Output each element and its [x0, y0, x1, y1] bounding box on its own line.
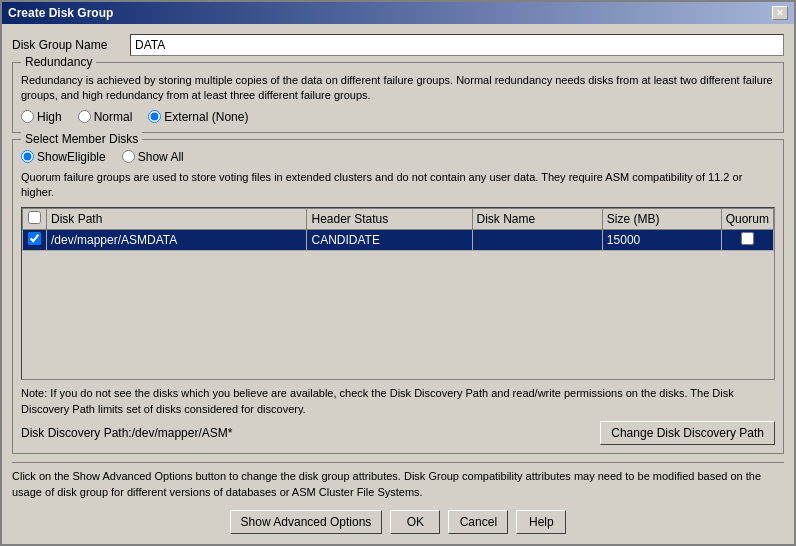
row-checkbox[interactable]	[28, 232, 41, 245]
col-header-disk-path: Disk Path	[47, 208, 307, 229]
redundancy-external-radio[interactable]	[148, 110, 161, 123]
show-eligible-option[interactable]: ShowEligible	[21, 150, 106, 164]
button-row: Show Advanced Options OK Cancel Help	[12, 510, 784, 534]
close-button[interactable]: ✕	[772, 6, 788, 20]
disk-table-header-row: Disk Path Header Status Disk Name Size (…	[23, 208, 774, 229]
member-disks-section: Select Member Disks ShowEligible Show Al…	[12, 139, 784, 454]
disk-table-scroll: Disk Path Header Status Disk Name Size (…	[22, 208, 774, 308]
window-content: Disk Group Name Redundancy Redundancy is…	[2, 24, 794, 544]
disk-group-name-label: Disk Group Name	[12, 38, 122, 52]
disk-group-name-input[interactable]	[130, 34, 784, 56]
col-header-checkbox	[23, 208, 47, 229]
redundancy-group-content: Redundancy is achieved by storing multip…	[21, 73, 775, 124]
change-disk-discovery-path-button[interactable]: Change Disk Discovery Path	[600, 421, 775, 445]
bottom-note: Click on the Show Advanced Options butto…	[12, 462, 784, 500]
row-size-mb: 15000	[602, 229, 721, 250]
quorum-text: Quorum failure groups are used to store …	[21, 170, 775, 201]
help-button[interactable]: Help	[516, 510, 566, 534]
row-quorum-cell	[721, 229, 773, 250]
show-advanced-options-button[interactable]: Show Advanced Options	[230, 510, 383, 534]
select-all-checkbox[interactable]	[28, 211, 41, 224]
window-title: Create Disk Group	[8, 6, 113, 20]
member-disks-content: ShowEligible Show All Quorum failure gro…	[21, 150, 775, 445]
show-eligible-label: ShowEligible	[37, 150, 106, 164]
row-disk-path: /dev/mapper/ASMDATA	[47, 229, 307, 250]
row-disk-name	[472, 229, 602, 250]
discovery-path-label: Disk Discovery Path:/dev/mapper/ASM*	[21, 426, 232, 440]
cancel-button[interactable]: Cancel	[448, 510, 508, 534]
title-bar: Create Disk Group ✕	[2, 2, 794, 24]
disk-group-name-row: Disk Group Name	[12, 34, 784, 56]
show-all-option[interactable]: Show All	[122, 150, 184, 164]
col-header-header-status: Header Status	[307, 208, 472, 229]
col-header-quorum: Quorum	[721, 208, 773, 229]
redundancy-radio-group: High Normal External (None)	[21, 110, 775, 124]
redundancy-external-option[interactable]: External (None)	[148, 110, 248, 124]
title-bar-buttons: ✕	[772, 6, 788, 20]
redundancy-normal-radio[interactable]	[78, 110, 91, 123]
show-all-label: Show All	[138, 150, 184, 164]
redundancy-normal-label: Normal	[94, 110, 133, 124]
col-header-disk-name: Disk Name	[472, 208, 602, 229]
create-disk-group-window: Create Disk Group ✕ Disk Group Name Redu…	[0, 0, 796, 546]
redundancy-group-title: Redundancy	[21, 55, 96, 69]
note-text: Note: If you do not see the disks which …	[21, 386, 775, 417]
redundancy-group: Redundancy Redundancy is achieved by sto…	[12, 62, 784, 133]
row-header-status: CANDIDATE	[307, 229, 472, 250]
show-eligible-radio[interactable]	[21, 150, 34, 163]
show-all-radio[interactable]	[122, 150, 135, 163]
redundancy-high-option[interactable]: High	[21, 110, 62, 124]
redundancy-high-radio[interactable]	[21, 110, 34, 123]
discovery-path-row: Disk Discovery Path:/dev/mapper/ASM* Cha…	[21, 421, 775, 445]
row-checkbox-cell	[23, 229, 47, 250]
member-disks-title: Select Member Disks	[21, 132, 142, 146]
table-row[interactable]: /dev/mapper/ASMDATA CANDIDATE 15000	[23, 229, 774, 250]
redundancy-normal-option[interactable]: Normal	[78, 110, 133, 124]
row-quorum-checkbox[interactable]	[741, 232, 754, 245]
disk-table: Disk Path Header Status Disk Name Size (…	[22, 208, 774, 251]
redundancy-high-label: High	[37, 110, 62, 124]
ok-button[interactable]: OK	[390, 510, 440, 534]
col-header-size-mb: Size (MB)	[602, 208, 721, 229]
redundancy-description: Redundancy is achieved by storing multip…	[21, 73, 775, 104]
redundancy-external-label: External (None)	[164, 110, 248, 124]
show-radio-row: ShowEligible Show All	[21, 150, 775, 164]
disk-table-wrapper: Disk Path Header Status Disk Name Size (…	[21, 207, 775, 381]
